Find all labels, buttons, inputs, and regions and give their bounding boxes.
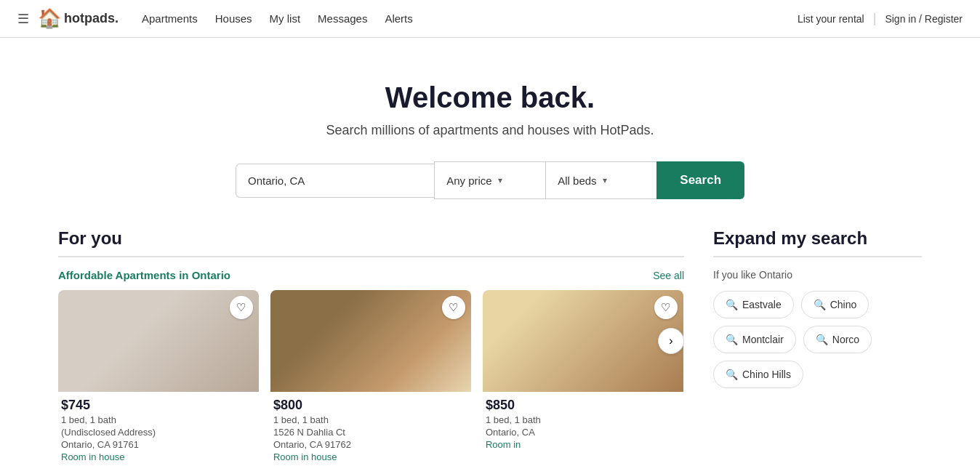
listings-row: ♡ $745 1 bed, 1 bath (Undisclosed Addres… bbox=[58, 290, 684, 462]
search-tag-norco[interactable]: 🔍 Norco bbox=[803, 326, 872, 353]
listing-beds: 1 bed, 1 bath bbox=[61, 414, 256, 425]
search-button[interactable]: Search bbox=[656, 161, 744, 199]
listing-city-state: Ontario, CA 91761 bbox=[61, 439, 256, 450]
for-you-section: For you Affordable Apartments in Ontario… bbox=[58, 228, 684, 466]
listing-city-state: Ontario, CA 91762 bbox=[273, 439, 468, 450]
search-bar: Any price ▾ All beds ▾ Search bbox=[236, 161, 744, 199]
list-rental-link[interactable]: List your rental bbox=[798, 13, 864, 25]
search-location-input[interactable] bbox=[236, 164, 434, 198]
carousel-next-button[interactable]: › bbox=[658, 328, 684, 354]
listing-card[interactable]: ♡ $800 1 bed, 1 bath 1526 N Dahlia Ct On… bbox=[270, 290, 471, 462]
expand-subtitle: If you like Ontario bbox=[713, 269, 922, 281]
nav-link-mylist[interactable]: My list bbox=[270, 12, 301, 25]
price-label: Any price bbox=[446, 174, 492, 187]
main-content: For you Affordable Apartments in Ontario… bbox=[0, 228, 980, 466]
search-tag-icon: 🔍 bbox=[726, 299, 738, 310]
favorite-button[interactable]: ♡ bbox=[654, 296, 678, 319]
listing-info: $745 1 bed, 1 bath (Undisclosed Address)… bbox=[58, 392, 259, 462]
search-tag-icon: 🔍 bbox=[726, 334, 738, 345]
subsection-header: Affordable Apartments in Ontario See all bbox=[58, 269, 684, 281]
price-dropdown[interactable]: Any price ▾ bbox=[434, 161, 545, 199]
listing-image: ♡ bbox=[270, 290, 471, 392]
logo-icon: 🏠 bbox=[38, 7, 61, 30]
expand-search-section: Expand my search If you like Ontario 🔍 E… bbox=[713, 228, 922, 466]
listing-address: (Undisclosed Address) bbox=[61, 427, 256, 438]
listing-info: $800 1 bed, 1 bath 1526 N Dahlia Ct Onta… bbox=[270, 392, 471, 462]
nav-link-alerts[interactable]: Alerts bbox=[385, 12, 412, 25]
listing-city-state: Ontario, CA bbox=[486, 427, 680, 438]
search-tag-label: Norco bbox=[832, 334, 859, 345]
search-tags: 🔍 Eastvale 🔍 Chino 🔍 Montclair 🔍 Norco 🔍… bbox=[713, 291, 922, 388]
nav-right: List your rental | Sign in / Register bbox=[798, 11, 963, 26]
nav-link-apartments[interactable]: Apartments bbox=[142, 12, 198, 25]
search-tag-montclair[interactable]: 🔍 Montclair bbox=[713, 326, 796, 353]
search-tag-chino[interactable]: 🔍 Chino bbox=[801, 291, 869, 318]
listing-beds: 1 bed, 1 bath bbox=[273, 414, 468, 425]
listing-type: Room in house bbox=[273, 451, 468, 462]
subsection-title: Affordable Apartments in Ontario bbox=[58, 269, 230, 281]
sign-in-link[interactable]: Sign in / Register bbox=[885, 13, 963, 25]
navbar: ☰ 🏠 hotpads. Apartments Houses My list M… bbox=[0, 0, 980, 38]
search-tag-icon: 🔍 bbox=[816, 334, 828, 345]
listing-price: $800 bbox=[273, 398, 468, 413]
favorite-button[interactable]: ♡ bbox=[442, 296, 465, 319]
search-tag-icon: 🔍 bbox=[726, 369, 738, 380]
search-tag-label: Montclair bbox=[742, 334, 784, 345]
for-you-title: For you bbox=[58, 228, 684, 257]
listing-type: Room in bbox=[486, 439, 680, 450]
search-tag-label: Chino Hills bbox=[742, 369, 791, 380]
nav-links: Apartments Houses My list Messages Alert… bbox=[142, 12, 798, 25]
logo[interactable]: 🏠 hotpads. bbox=[38, 7, 119, 30]
hero-title: Welcome back. bbox=[17, 81, 963, 114]
hero-subtitle: Search millions of apartments and houses… bbox=[17, 123, 963, 138]
logo-text: hotpads. bbox=[64, 11, 119, 26]
listing-image: ♡ bbox=[58, 290, 259, 392]
search-tag-label: Chino bbox=[830, 299, 857, 310]
listing-type: Room in house bbox=[61, 451, 256, 462]
listing-image: ♡ bbox=[483, 290, 683, 392]
listing-info: $850 1 bed, 1 bath Ontario, CA Room in bbox=[483, 392, 683, 450]
beds-label: All beds bbox=[558, 174, 596, 187]
listing-beds: 1 bed, 1 bath bbox=[486, 414, 680, 425]
nav-link-houses[interactable]: Houses bbox=[215, 12, 252, 25]
expand-search-title: Expand my search bbox=[713, 228, 922, 257]
listing-card[interactable]: ♡ $745 1 bed, 1 bath (Undisclosed Addres… bbox=[58, 290, 259, 462]
see-all-link[interactable]: See all bbox=[653, 270, 684, 281]
favorite-button[interactable]: ♡ bbox=[230, 296, 253, 319]
listing-address: 1526 N Dahlia Ct bbox=[273, 427, 468, 438]
search-tag-icon: 🔍 bbox=[814, 299, 826, 310]
price-chevron-icon: ▾ bbox=[498, 175, 502, 185]
search-tag-eastvale[interactable]: 🔍 Eastvale bbox=[713, 291, 794, 318]
listings-carousel: ♡ $745 1 bed, 1 bath (Undisclosed Addres… bbox=[58, 290, 684, 462]
listing-price: $745 bbox=[61, 398, 256, 413]
listing-price: $850 bbox=[486, 398, 680, 413]
nav-divider: | bbox=[873, 11, 877, 26]
search-tag-label: Eastvale bbox=[742, 299, 782, 310]
listing-card[interactable]: ♡ $850 1 bed, 1 bath Ontario, CA Room in bbox=[483, 290, 683, 462]
beds-chevron-icon: ▾ bbox=[603, 175, 607, 185]
hamburger-menu[interactable]: ☰ bbox=[17, 11, 29, 27]
hero-section: Welcome back. Search millions of apartme… bbox=[0, 38, 980, 228]
search-tag-chino-hills[interactable]: 🔍 Chino Hills bbox=[713, 361, 803, 388]
beds-dropdown[interactable]: All beds ▾ bbox=[545, 161, 656, 199]
nav-link-messages[interactable]: Messages bbox=[318, 12, 367, 25]
